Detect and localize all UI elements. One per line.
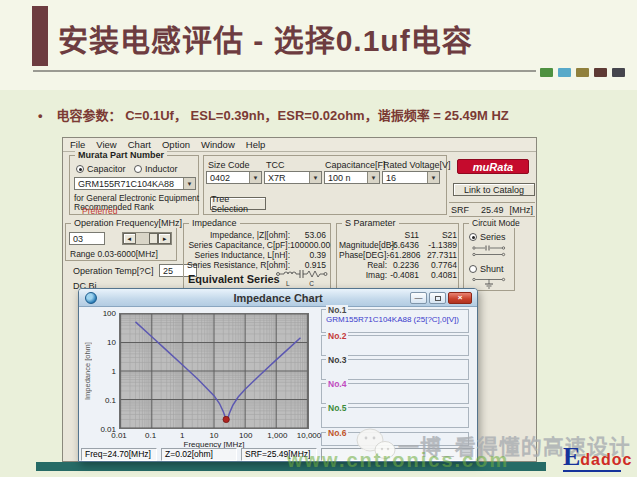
- selectors-group: Size Code TCC Capacitance[F] Rated Volta…: [203, 155, 447, 215]
- x-tick: 100: [239, 431, 252, 440]
- watermark-url: www.cntronics.com: [287, 449, 509, 472]
- menu-item-option[interactable]: Option: [162, 139, 190, 150]
- impedance-row-label: Series Capacitance, C[pF]:: [186, 240, 290, 250]
- dropdown-arrow-icon[interactable]: ▼: [309, 172, 321, 183]
- s11-value: -6.6436: [387, 240, 419, 250]
- y-tick: 10: [107, 338, 116, 347]
- s11-column-header: S11: [387, 230, 419, 240]
- scroll-right-icon[interactable]: ►: [158, 233, 171, 244]
- menu-item-view[interactable]: View: [96, 139, 116, 150]
- y-axis-label: Impedance [ohm]: [83, 313, 93, 429]
- x-tick: 0.01: [111, 431, 127, 440]
- accent-square: [558, 68, 571, 77]
- impedance-row: Series Inductance, L[nH]:0.39: [186, 250, 326, 260]
- impedance-row-value: 100000.00: [290, 240, 326, 250]
- part-number-group-label: Murata Part Number: [75, 150, 167, 160]
- capacitance-label: Capacitance[F]: [325, 160, 386, 170]
- inductor-radio-label: Inductor: [145, 164, 178, 174]
- murata-logo: muRata: [457, 159, 529, 174]
- dropdown-arrow-icon[interactable]: ▼: [427, 172, 439, 183]
- dropdown-arrow-icon[interactable]: ▼: [249, 172, 261, 183]
- inductor-radio[interactable]: Inductor: [134, 164, 178, 174]
- s21-value: 0.4081: [419, 270, 457, 280]
- page-title: 安装电感评估 - 选择0.1uf电容: [58, 16, 473, 60]
- x-tick: 10: [210, 431, 219, 440]
- s11-value: -61.2806: [387, 250, 419, 260]
- series-mode-radio[interactable]: Series: [469, 232, 506, 242]
- x-tick: 1: [180, 431, 184, 440]
- radio-on-icon: [469, 233, 477, 241]
- legend-box-5: No.5: [321, 407, 469, 428]
- scrollbar-thumb[interactable]: [149, 233, 159, 244]
- shunt-mode-label: Shunt: [480, 264, 504, 274]
- legend-box-4: No.4: [321, 383, 469, 404]
- size-code-combo[interactable]: 0402 ▼: [206, 171, 262, 184]
- legend-box-3: No.3: [321, 359, 469, 380]
- edadoc-logo: Edadoc: [563, 442, 632, 472]
- operation-frequency-input[interactable]: 03: [69, 232, 105, 245]
- impedance-row-label: Impedance, |Z|[ohm]:: [186, 230, 290, 240]
- s21-value: 27.7311: [419, 250, 457, 260]
- legend-box-2: No.2: [321, 335, 469, 356]
- shunt-mode-radio[interactable]: Shunt: [469, 264, 504, 274]
- srf-label: SRF: [451, 205, 469, 215]
- dropdown-arrow-icon[interactable]: ▼: [367, 172, 379, 183]
- s11-value: -0.4081: [387, 270, 419, 280]
- rank-preferred-label: Preferred: [82, 206, 117, 216]
- status-cell: Freq=24.70[MHz]: [81, 448, 157, 461]
- menu-item-window[interactable]: Window: [201, 139, 235, 150]
- equivalent-series-label: Equivalent Series: [188, 273, 280, 285]
- s21-value: 0.7764: [419, 260, 457, 270]
- s-parameter-row-label: Imag:: [339, 270, 387, 280]
- menu-item-file[interactable]: File: [70, 139, 85, 150]
- bullet-text: 电容参数： C=0.1Uf， ESL=0.39nh，ESR=0.02ohm，谐振…: [57, 108, 509, 123]
- size-code-label: Size Code: [208, 160, 250, 170]
- menu-item-help[interactable]: Help: [246, 139, 266, 150]
- operation-temp-label: Operation Temp[?C]: [73, 266, 153, 276]
- title-rule: [33, 70, 536, 72]
- status-cell: Z=0.02[ohm]: [161, 448, 237, 461]
- y-tick: 100: [103, 309, 116, 318]
- capacitance-value: 100 n: [328, 173, 351, 183]
- y-ticks: 1001010.10.01: [95, 313, 116, 429]
- frequency-scrollbar[interactable]: ◄ ►: [122, 232, 172, 245]
- minimize-button[interactable]: —: [410, 292, 427, 304]
- s11-value: 0.2236: [387, 260, 419, 270]
- x-tick: 1,000: [267, 431, 287, 440]
- frequency-range-label: Range 0.03-6000[MHz]: [70, 249, 158, 259]
- menu-item-chart[interactable]: Chart: [128, 139, 151, 150]
- legend-label: No.3: [326, 355, 348, 365]
- s-parameter-header: S11S21: [339, 230, 457, 240]
- accent-square: [594, 68, 607, 77]
- rated-voltage-combo[interactable]: 16 ▼: [382, 171, 440, 184]
- edadoc-logo-e: E: [563, 442, 580, 471]
- bullet-icon: •: [38, 108, 43, 123]
- y-tick: 1: [112, 367, 116, 376]
- circuit-mode-group-label: Circuit Mode: [469, 218, 523, 228]
- accent-square: [576, 68, 589, 77]
- s-parameter-row: Magnitude[dB]:-6.6436-1.1389: [339, 240, 457, 250]
- s21-column-header: S21: [419, 230, 457, 240]
- capacitor-radio[interactable]: Capacitor: [76, 164, 126, 174]
- x-tick: 0.1: [145, 431, 156, 440]
- capacitance-combo[interactable]: 100 n ▼: [324, 171, 380, 184]
- impedance-row-value: 53.06: [290, 230, 326, 240]
- maximize-button[interactable]: [429, 292, 446, 304]
- link-to-catalog-button[interactable]: Link to Catalog: [453, 183, 535, 196]
- impedance-group: Impedance Impedance, |Z|[ohm]:53.06Serie…: [183, 223, 331, 291]
- operation-frequency-label: Operation Frequency[MHz]: [71, 218, 185, 228]
- dropdown-arrow-icon[interactable]: ▼: [183, 178, 195, 189]
- edadoc-logo-rest: dadoc: [580, 451, 632, 468]
- close-button[interactable]: ×: [448, 292, 472, 304]
- part-number-group: Murata Part Number Capacitor Inductor GR…: [69, 155, 199, 215]
- tree-selection-button[interactable]: Tree Selection: [210, 197, 266, 210]
- scroll-left-icon[interactable]: ◄: [123, 233, 136, 244]
- s-parameter-row: Imag:-0.40810.4081: [339, 270, 457, 280]
- s-parameter-row-label: Real:: [339, 260, 387, 270]
- radio-off-icon: [469, 265, 477, 273]
- part-number-combo[interactable]: GRM155R71C104KA88 ▼: [74, 177, 196, 190]
- srf-panel: SRF 25.49 [MHz]: [449, 202, 535, 217]
- tcc-combo[interactable]: X7R ▼: [264, 171, 322, 184]
- legend-box-1: No.1GRM155R71C104KA88 (25[?C],0[V]): [321, 309, 469, 333]
- accent-square: [612, 68, 625, 77]
